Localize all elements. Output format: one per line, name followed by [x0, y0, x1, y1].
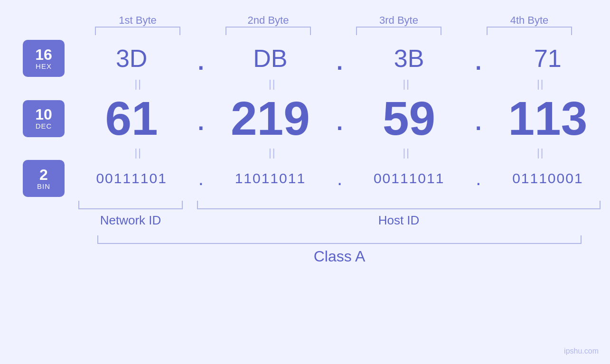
hex-row: 16 HEX 3D . DB . 3B . 71	[0, 40, 610, 77]
dec-row: 10 DEC 61 . 219 . 59 . 113	[0, 91, 610, 146]
dec-byte-3: 59	[347, 91, 471, 146]
hex-badge: 16 HEX	[23, 40, 65, 77]
eq-2: ||	[213, 78, 333, 90]
bracket-top-1	[73, 27, 203, 35]
bin-row: 2 BIN 00111101 . 11011011 . 00111011 . 0…	[0, 160, 610, 197]
bin-badge: 2 BIN	[23, 160, 65, 197]
bin-badge-label: BIN	[37, 182, 50, 190]
hex-byte-4: 71	[486, 44, 610, 73]
eq-7: ||	[347, 147, 467, 159]
hex-values: 3D . DB . 3B . 71	[69, 42, 610, 75]
hex-dot-1: .	[194, 42, 208, 75]
hex-dot-3: .	[471, 42, 486, 75]
bracket-bottom-host	[197, 201, 601, 209]
bin-dot-3: .	[471, 169, 486, 188]
bracket-labels-row: Network ID Host ID	[78, 213, 601, 228]
class-label: Class A	[78, 248, 601, 265]
eq-row-2: || || || ||	[78, 147, 601, 159]
bin-dot-2: .	[333, 169, 347, 188]
dec-badge-number: 10	[35, 107, 52, 122]
byte-labels-row: 1st Byte 2nd Byte 3rd Byte 4th Byte	[73, 14, 595, 27]
eq-4: ||	[481, 78, 601, 90]
eq-3: ||	[347, 78, 467, 90]
bottom-brackets-row	[78, 201, 601, 209]
bin-badge-number: 2	[39, 167, 48, 182]
dec-dot-2: .	[333, 102, 347, 135]
bracket-top-2	[203, 27, 334, 35]
bin-values: 00111101 . 11011011 . 00111011 . 0111000…	[69, 169, 610, 188]
hex-badge-number: 16	[35, 47, 52, 62]
byte-label-3: 3rd Byte	[334, 14, 464, 27]
eq-1: ||	[78, 78, 198, 90]
hex-byte-2: DB	[208, 44, 332, 73]
byte-label-1: 1st Byte	[73, 14, 203, 27]
byte-label-4: 4th Byte	[464, 14, 595, 27]
watermark: ipshu.com	[564, 347, 599, 355]
bracket-bottom-network	[78, 201, 183, 209]
bin-dot-1: .	[194, 169, 208, 188]
bracket-top-row	[73, 27, 595, 35]
hex-dot-2: .	[333, 42, 347, 75]
main-container: 1st Byte 2nd Byte 3rd Byte 4th Byte 16 H…	[0, 0, 610, 364]
class-area: Class A	[78, 235, 601, 265]
byte-label-2: 2nd Byte	[203, 14, 334, 27]
eq-5: ||	[78, 147, 198, 159]
host-id-label: Host ID	[197, 213, 601, 228]
dec-dot-3: .	[471, 102, 486, 135]
dec-byte-4: 113	[486, 91, 610, 146]
dec-dot-1: .	[194, 102, 208, 135]
hex-badge-label: HEX	[36, 62, 52, 70]
class-bracket-bottom	[97, 235, 582, 244]
dec-badge: 10 DEC	[23, 100, 65, 137]
hex-byte-1: 3D	[69, 44, 194, 73]
bottom-bracket-area: Network ID Host ID	[78, 201, 601, 228]
bracket-top-3	[334, 27, 464, 35]
bin-byte-1: 00111101	[69, 170, 194, 187]
dec-badge-label: DEC	[36, 122, 52, 130]
bin-byte-2: 11011011	[208, 170, 332, 187]
eq-row-1: || || || ||	[78, 78, 601, 90]
dec-byte-1: 61	[69, 91, 194, 146]
bin-byte-4: 01110001	[486, 170, 610, 187]
eq-6: ||	[213, 147, 333, 159]
dec-byte-2: 219	[208, 91, 332, 146]
hex-byte-3: 3B	[347, 44, 471, 73]
bracket-top-4	[464, 27, 595, 35]
dec-values: 61 . 219 . 59 . 113	[69, 91, 610, 146]
eq-8: ||	[481, 147, 601, 159]
network-id-label: Network ID	[78, 213, 183, 228]
bin-byte-3: 00111011	[347, 170, 471, 187]
